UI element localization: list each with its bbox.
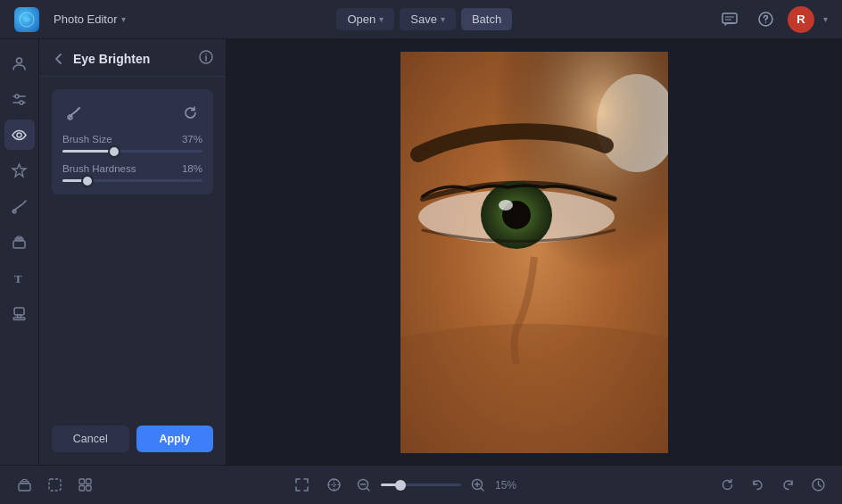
svg-point-11 [17,133,21,137]
brush-size-label-row: Brush Size 37% [62,134,202,145]
bottom-right [714,472,831,499]
timeline-button[interactable] [805,472,831,499]
svg-text:T: T [14,272,22,285]
sidebar-icon-stamp[interactable] [4,298,35,328]
svg-point-31 [499,200,513,211]
zoom-value: 15% [495,479,524,492]
apply-button[interactable]: Apply [136,426,214,452]
svg-rect-18 [14,308,24,315]
brush-hardness-thumb[interactable] [81,175,94,187]
grid-bottom-button[interactable] [71,472,98,499]
sidebar: T [0,39,39,465]
avatar-initials: R [797,12,805,26]
brush-tool-button[interactable] [62,100,87,125]
save-label: Save [410,12,437,26]
svg-rect-34 [22,480,27,482]
bottom-center: 15% [288,472,524,499]
sidebar-icon-adjust[interactable] [4,84,35,114]
brush-controls: Brush Size 37% Brush Hardness 18% [52,89,213,194]
photo-image [400,52,668,453]
main: T Eye Brighten [0,39,842,465]
info-button[interactable] [199,50,213,67]
zoom-out-button[interactable] [352,474,376,497]
svg-point-10 [20,101,23,104]
brush-size-label: Brush Size [62,134,112,145]
svg-rect-36 [79,479,85,484]
top-bar: Photo Editor ▾ Open ▾ Save ▾ Batch [0,0,842,39]
layers-bottom-button[interactable] [11,472,37,499]
svg-rect-38 [79,486,85,492]
brush-hardness-slider[interactable] [62,179,202,182]
app-logo [14,7,39,32]
avatar-chevron: ▾ [823,14,828,24]
back-button[interactable] [52,52,66,66]
brush-size-fill [62,150,114,153]
help-button[interactable] [752,6,779,33]
brush-size-thumb[interactable] [108,145,120,158]
crop-button[interactable] [320,472,347,499]
sidebar-icon-brush[interactable] [4,191,35,221]
zoom-in-button[interactable] [466,474,490,497]
photo-container [400,39,668,465]
panel-header-left: Eye Brighten [52,52,150,66]
svg-rect-14 [13,241,25,248]
app-title-button[interactable]: Photo Editor ▾ [46,9,133,29]
save-button[interactable]: Save ▾ [400,8,456,30]
panel-header: Eye Brighten [39,39,226,77]
zoom-thumb[interactable] [395,480,406,491]
brush-hardness-label: Brush Hardness [62,163,136,174]
fit-button[interactable] [288,472,315,499]
avatar[interactable]: R [788,6,814,33]
open-button[interactable]: Open ▾ [336,8,394,30]
sidebar-icon-text[interactable]: T [4,262,35,293]
sidebar-icon-eye[interactable] [4,120,35,150]
svg-rect-39 [86,486,91,492]
svg-point-6 [17,58,22,63]
sidebar-icon-people[interactable] [4,48,35,78]
redo-button[interactable] [774,472,801,499]
brush-hardness-group: Brush Hardness 18% [62,163,202,182]
app-title-label: Photo Editor [54,12,118,26]
top-bar-center: Open ▾ Save ▾ Batch [336,8,512,30]
panel-actions: Cancel Apply [39,426,226,465]
svg-rect-20 [18,315,21,318]
svg-point-9 [15,95,19,98]
select-bottom-button[interactable] [41,472,68,499]
top-bar-right: R ▾ [716,6,828,33]
app-title-chevron: ▾ [121,14,126,24]
sidebar-icon-layers[interactable] [4,227,35,257]
sidebar-icon-effects[interactable] [4,155,35,186]
message-button[interactable] [716,6,743,33]
svg-point-5 [764,21,766,23]
brush-size-slider[interactable] [62,150,202,153]
reset-button[interactable] [177,100,202,125]
top-bar-left: Photo Editor ▾ [14,7,133,32]
canvas-area[interactable] [227,39,842,465]
svg-line-45 [367,488,369,491]
history-reset-button[interactable] [714,472,740,499]
svg-rect-16 [17,236,21,238]
panel-title: Eye Brighten [73,52,150,66]
svg-rect-37 [86,479,91,484]
svg-rect-35 [49,479,61,491]
open-chevron: ▾ [379,14,384,24]
batch-label: Batch [472,12,501,26]
brush-hardness-label-row: Brush Hardness 18% [62,163,202,174]
batch-button[interactable]: Batch [461,8,512,30]
brush-size-value: 37% [182,134,202,145]
zoom-slider[interactable] [381,483,461,486]
save-chevron: ▾ [441,14,445,24]
svg-line-49 [481,488,483,491]
undo-button[interactable] [744,472,771,499]
svg-rect-1 [722,13,737,23]
panel: Eye Brighten [39,39,227,465]
brush-icons-row [62,100,202,125]
svg-marker-12 [12,164,26,177]
svg-point-23 [205,54,207,55]
cancel-button[interactable]: Cancel [52,426,129,452]
panel-content: Brush Size 37% Brush Hardness 18% [39,77,226,426]
svg-rect-32 [19,483,30,491]
bottom-bar: 15% [0,465,842,504]
brush-hardness-value: 18% [182,163,202,174]
brush-size-group: Brush Size 37% [62,134,202,153]
